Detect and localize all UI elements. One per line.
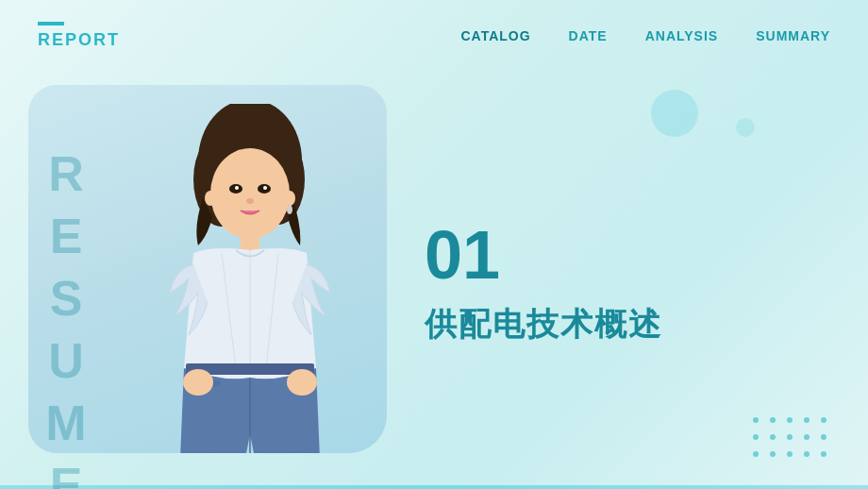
nav-links: CATALOG DATE ANALYSIS SUMMARY	[460, 28, 830, 43]
main-content: RESUME 01 供配电技术概述	[0, 71, 868, 489]
logo-bar	[38, 22, 64, 25]
svg-point-10	[284, 191, 295, 206]
dot	[821, 451, 826, 457]
dot	[787, 417, 793, 423]
right-content: 01 供配电技术概述	[425, 118, 811, 448]
dot-grid-decoration	[753, 417, 830, 461]
svg-point-19	[287, 369, 317, 396]
dot	[787, 434, 793, 440]
section-number: 01	[425, 221, 811, 289]
logo-area: REPORT	[38, 22, 120, 50]
nav-analysis[interactable]: ANALYSIS	[645, 28, 719, 43]
dot	[804, 417, 810, 423]
nav-date[interactable]: DATE	[569, 28, 608, 43]
dot	[770, 451, 776, 457]
dot	[753, 434, 759, 440]
dot	[770, 434, 776, 440]
person-illustration	[127, 104, 373, 453]
svg-point-3	[210, 148, 290, 239]
svg-point-18	[183, 369, 213, 396]
dot	[821, 417, 826, 423]
dot	[804, 434, 810, 440]
svg-point-7	[263, 186, 267, 190]
person-image	[118, 85, 382, 453]
svg-point-11	[287, 205, 292, 214]
dot	[804, 451, 810, 457]
nav-summary[interactable]: SUMMARY	[756, 28, 830, 43]
svg-point-8	[246, 198, 254, 204]
dot	[787, 451, 793, 457]
dot	[753, 451, 759, 457]
dot	[770, 417, 776, 423]
svg-point-6	[235, 186, 239, 190]
resume-vertical-text: RESUME	[38, 146, 94, 489]
header: REPORT CATALOG DATE ANALYSIS SUMMARY	[0, 0, 868, 71]
logo-text: REPORT	[38, 30, 120, 50]
svg-point-9	[205, 191, 216, 206]
dot	[753, 417, 759, 423]
section-title: 供配电技术概述	[425, 303, 811, 346]
bottom-bar	[0, 485, 868, 489]
nav-catalog[interactable]: CATALOG	[460, 28, 530, 43]
dot	[821, 434, 826, 440]
